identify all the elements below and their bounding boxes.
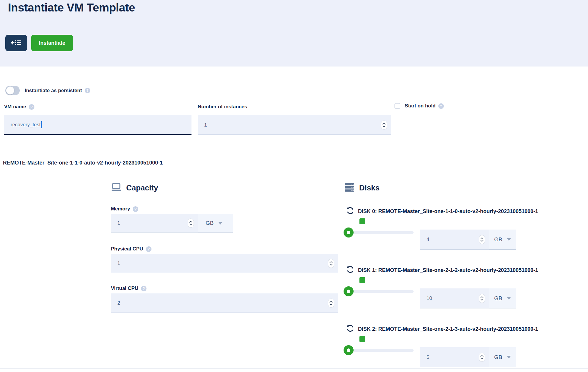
persistent-toggle-row: Instantiate as persistent ?	[5, 86, 90, 95]
virtual-cpu-value: 2	[111, 300, 120, 306]
template-name: REMOTE-Master_Site-one-1-1-0-auto-v2-hou…	[3, 160, 163, 166]
page-title: Instantiate VM Template	[8, 1, 135, 14]
start-on-hold-row: Start on hold ?	[394, 103, 444, 109]
vm-name-label: VM name ?	[4, 104, 34, 110]
number-stepper[interactable]	[479, 353, 485, 362]
disk-1-size-slider-handle[interactable]	[344, 286, 354, 296]
chevron-down-icon	[218, 222, 222, 225]
arrow-left-list-icon	[10, 39, 22, 47]
disk-1-status-chip	[359, 277, 365, 283]
virtual-cpu-label: Virtual CPU ?	[111, 285, 146, 291]
disk-1-size-value: 10	[420, 295, 432, 301]
help-icon[interactable]: ?	[141, 286, 146, 291]
memory-value: 1	[111, 220, 120, 226]
disk-2-status-chip	[359, 336, 365, 342]
disk-2-size-input[interactable]: 5	[420, 347, 489, 367]
memory-unit: GB	[206, 220, 214, 226]
physical-cpu-label: Physical CPU ?	[111, 246, 151, 252]
chevron-down-icon	[507, 356, 511, 358]
recycle-icon	[346, 265, 355, 275]
disk-2-unit-select[interactable]: GB	[489, 347, 516, 367]
disk-2-size-value: 5	[420, 354, 429, 360]
start-on-hold-checkbox[interactable]	[394, 103, 400, 109]
physical-cpu-input[interactable]: 1	[111, 254, 338, 273]
help-icon[interactable]: ?	[29, 104, 34, 110]
laptop-icon	[111, 182, 122, 193]
vm-name-value: recovery_test	[4, 122, 41, 128]
vm-name-input[interactable]: recovery_test	[4, 115, 191, 135]
memory-unit-select[interactable]: GB	[198, 214, 233, 232]
bottom-divider	[0, 368, 588, 369]
chevron-down-icon	[507, 238, 511, 241]
start-on-hold-label: Start on hold ?	[405, 103, 444, 109]
disk-0-unit: GB	[494, 236, 502, 243]
disks-title: Disks	[359, 183, 379, 192]
disk-2-unit: GB	[494, 354, 502, 361]
recycle-icon	[346, 206, 355, 217]
number-stepper[interactable]	[479, 294, 485, 303]
chevron-down-icon	[507, 297, 511, 300]
help-icon[interactable]: ?	[85, 88, 90, 93]
header-band: Instantiate VM Template Instantiate	[0, 0, 588, 67]
recycle-icon	[346, 324, 355, 334]
physical-cpu-value: 1	[111, 260, 120, 266]
help-icon[interactable]: ?	[133, 206, 138, 212]
instantiate-as-persistent-toggle[interactable]	[5, 86, 20, 95]
virtual-cpu-input[interactable]: 2	[111, 293, 338, 313]
disk-1-unit-select[interactable]: GB	[489, 288, 516, 308]
memory-input[interactable]: 1	[111, 214, 198, 232]
disk-0-size-slider-handle[interactable]	[344, 227, 354, 238]
disk-0-label: DISK 0: REMOTE-Master_Site-one-1-1-0-aut…	[346, 206, 538, 217]
capacity-section-header: Capacity	[111, 182, 158, 193]
help-icon[interactable]: ?	[438, 103, 444, 109]
server-stack-icon	[344, 182, 355, 193]
number-stepper[interactable]	[188, 219, 194, 228]
number-stepper[interactable]	[479, 235, 485, 244]
number-stepper[interactable]	[328, 259, 334, 268]
disk-2-label: DISK 2: REMOTE-Master_Site-one-2-1-3-aut…	[346, 324, 538, 334]
instances-label: Number of instances	[198, 104, 247, 110]
disk-1-size-input[interactable]: 10	[420, 288, 489, 308]
memory-label: Memory ?	[111, 206, 138, 212]
disk-1-size-slider-track[interactable]	[353, 290, 414, 293]
instantiate-vm-template-page: Instantiate VM Template Instantiate I	[0, 0, 588, 372]
toggle-knob	[6, 87, 14, 94]
help-icon[interactable]: ?	[146, 246, 151, 252]
disk-1-unit: GB	[494, 295, 502, 302]
disk-2-size-slider-track[interactable]	[353, 349, 414, 352]
disk-0-unit-select[interactable]: GB	[489, 230, 516, 250]
text-caret	[41, 121, 42, 128]
capacity-title: Capacity	[126, 183, 158, 192]
persistent-toggle-label: Instantiate as persistent ?	[25, 88, 90, 94]
instantiate-button[interactable]: Instantiate	[31, 35, 73, 51]
back-to-list-button[interactable]	[5, 35, 27, 51]
instances-input[interactable]: 1	[198, 115, 391, 135]
disk-0-size-slider-track[interactable]	[353, 231, 414, 234]
disk-0-status-chip	[359, 218, 365, 224]
disk-1-label: DISK 1: REMOTE-Master_Site-one-2-1-2-aut…	[346, 265, 538, 275]
disk-0-size-input[interactable]: 4	[420, 230, 489, 250]
disk-2-size-slider-handle[interactable]	[344, 345, 354, 355]
number-stepper[interactable]	[328, 298, 334, 308]
disk-0-size-value: 4	[420, 237, 429, 243]
disks-section-header: Disks	[344, 182, 379, 193]
instances-value: 1	[198, 122, 207, 128]
number-stepper[interactable]	[381, 120, 387, 129]
